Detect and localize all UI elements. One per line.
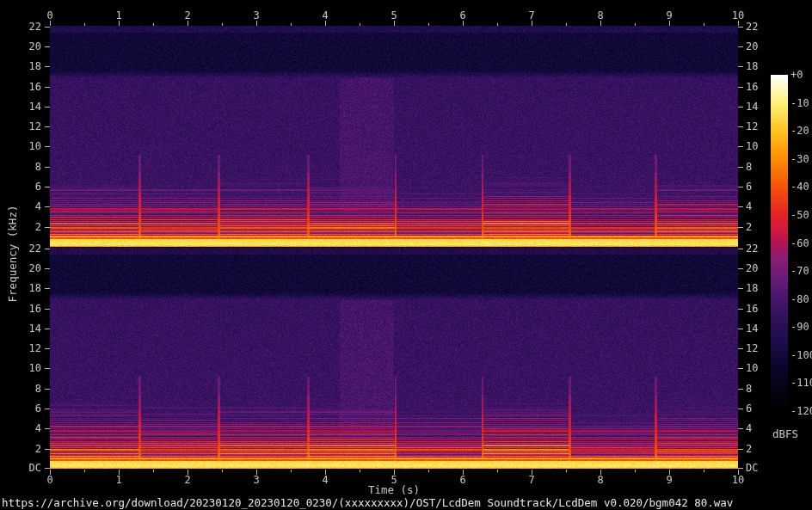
time-tick-label-top: 9 xyxy=(652,10,686,21)
time-tick-label-bottom: 10 xyxy=(721,475,755,485)
freq-tick-label-right: 20 xyxy=(746,41,758,52)
time-tick-label-bottom: 8 xyxy=(583,475,618,485)
freq-tick-label-left: 10 xyxy=(0,363,41,373)
colorbar-tick-label: -10 xyxy=(790,98,809,108)
freq-tick-label-left: 6 xyxy=(0,181,41,192)
freq-tick-label-left: 18 xyxy=(0,61,41,71)
y-axis-title: Frequency (kHz) xyxy=(6,206,19,303)
time-tick-label-bottom: 6 xyxy=(446,475,480,485)
time-tick-label-top: 7 xyxy=(514,10,549,21)
freq-tick-label-left-dc: DC xyxy=(0,463,41,473)
colorbar-tick-label: -50 xyxy=(790,210,809,220)
colorbar-tick-label: -100 xyxy=(790,350,812,360)
colorbar-tick-label: -40 xyxy=(790,181,809,192)
freq-tick-label-right: 12 xyxy=(746,121,758,132)
time-tick-label-bottom: 9 xyxy=(652,475,686,485)
x-axis-title: Time (s) xyxy=(368,483,420,496)
colorbar-tick-label: -20 xyxy=(790,126,809,136)
freq-tick-label-left: 16 xyxy=(0,304,41,314)
freq-tick-label-left: 4 xyxy=(0,423,41,433)
freq-tick-label-left: 2 xyxy=(0,444,41,454)
time-tick-label-top: 2 xyxy=(170,10,205,21)
freq-tick-label-right: 22 xyxy=(746,22,758,32)
freq-tick-label-right: 14 xyxy=(746,323,758,334)
time-tick-label-top: 10 xyxy=(721,10,755,21)
time-tick-label-top: 5 xyxy=(377,10,411,21)
time-tick-label-bottom: 1 xyxy=(102,475,136,485)
freq-tick-label-left: 14 xyxy=(0,323,41,334)
freq-tick-label-right: 8 xyxy=(746,162,752,172)
colorbar-tick-label: -70 xyxy=(790,266,809,276)
colorbar-tick-label: -120 xyxy=(790,406,812,416)
freq-tick-label-right: 18 xyxy=(746,61,758,71)
footer-url: https://archive.org/download/20230120_20… xyxy=(2,496,733,509)
freq-tick-label-left: 12 xyxy=(0,343,41,353)
freq-tick-label-right: 16 xyxy=(746,82,758,92)
freq-tick-label-right: 2 xyxy=(746,222,752,232)
freq-tick-label-right: 2 xyxy=(746,444,752,454)
freq-tick-label-right: 10 xyxy=(746,141,758,151)
freq-tick-label-left: 10 xyxy=(0,141,41,151)
time-tick-label-top: 6 xyxy=(446,10,480,21)
freq-tick-label-right: 6 xyxy=(746,403,752,414)
time-tick-label-bottom: 0 xyxy=(33,475,67,485)
freq-tick-label-right: 14 xyxy=(746,101,758,112)
colorbar-tick-label: -90 xyxy=(790,322,809,332)
freq-tick-label-right: 16 xyxy=(746,304,758,314)
time-tick-label-bottom: 3 xyxy=(239,475,274,485)
colorbar-unit-label: dBFS xyxy=(772,427,798,440)
time-tick-label-bottom: 7 xyxy=(514,475,549,485)
freq-tick-label-left: 12 xyxy=(0,121,41,132)
freq-tick-label-left: 20 xyxy=(0,41,41,52)
freq-tick-label-right: 4 xyxy=(746,201,752,212)
freq-tick-label-right: 22 xyxy=(746,243,758,254)
spectrogram-lower-panel xyxy=(50,248,738,469)
freq-tick-label-left: 16 xyxy=(0,82,41,92)
freq-tick-label-left: 8 xyxy=(0,384,41,394)
freq-tick-label-left: 8 xyxy=(0,162,41,172)
freq-tick-label-right: 12 xyxy=(746,343,758,353)
time-tick-label-top: 8 xyxy=(583,10,618,21)
time-tick-label-top: 0 xyxy=(33,10,67,21)
freq-tick-label-right: 8 xyxy=(746,384,752,394)
time-tick-label-top: 1 xyxy=(102,10,136,21)
freq-tick-label-right: 6 xyxy=(746,181,752,192)
colorbar-tick-label: +0 xyxy=(790,70,803,80)
spectrogram-upper-panel xyxy=(50,26,738,247)
time-tick-label-top: 3 xyxy=(239,10,274,21)
colorbar-tick-label: -60 xyxy=(790,238,809,249)
freq-tick-label-right-dc: DC xyxy=(746,463,758,473)
colorbar xyxy=(771,75,788,411)
colorbar-tick-label: -80 xyxy=(790,294,809,304)
colorbar-tick-label: -30 xyxy=(790,154,809,164)
spectrogram-window: 0011223344556677889910102222202018181616… xyxy=(0,0,812,510)
freq-tick-label-left: 14 xyxy=(0,101,41,112)
time-tick-label-bottom: 4 xyxy=(308,475,342,485)
freq-tick-label-left: 6 xyxy=(0,403,41,414)
freq-tick-label-right: 18 xyxy=(746,283,758,293)
time-tick-label-bottom: 2 xyxy=(170,475,205,485)
freq-tick-label-right: 4 xyxy=(746,423,752,433)
freq-tick-label-right: 10 xyxy=(746,363,758,373)
freq-tick-label-left: 22 xyxy=(0,22,41,32)
colorbar-tick-label: -110 xyxy=(790,378,812,388)
freq-tick-label-right: 20 xyxy=(746,263,758,273)
time-tick-label-top: 4 xyxy=(308,10,342,21)
